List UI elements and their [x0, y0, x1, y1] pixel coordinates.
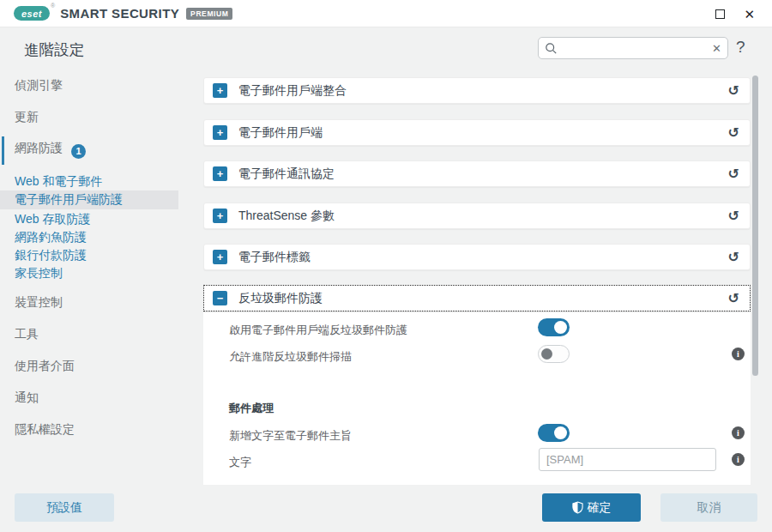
revert-icon[interactable]: ↺: [728, 208, 739, 224]
info-icon[interactable]: i: [732, 453, 745, 466]
scrollbar-thumb[interactable]: [752, 76, 758, 376]
section-antispam-protection[interactable]: − 反垃圾郵件防護 ↺: [203, 285, 751, 311]
info-icon[interactable]: i: [732, 348, 745, 360]
eset-advanced-setup-window: eset ® SMART SECURITY PREMIUM ✕ 進階設定 ✕ ?…: [0, 0, 772, 532]
expand-plus-icon[interactable]: +: [213, 125, 227, 140]
window-controls: ✕: [715, 0, 755, 27]
revert-icon[interactable]: ↺: [728, 82, 739, 99]
page-title: 進階設定: [24, 39, 84, 60]
maximize-icon[interactable]: [715, 9, 725, 19]
ok-button[interactable]: 確定: [542, 493, 641, 522]
sidebar-item-tools[interactable]: 工具: [15, 327, 39, 342]
cancel-button[interactable]: 取消: [660, 493, 757, 522]
sidebar-item-label: 網路防護: [15, 141, 63, 154]
clear-search-icon[interactable]: ✕: [709, 42, 721, 55]
ok-button-label: 確定: [588, 500, 612, 516]
section-email-tags[interactable]: + 電子郵件標籤 ↺: [203, 244, 751, 270]
search-box[interactable]: ✕: [538, 37, 728, 59]
section-threatsense-parameters[interactable]: + ThreatSense 參數 ↺: [203, 203, 751, 229]
close-icon[interactable]: ✕: [744, 8, 755, 21]
advanced-antispam-scan-toggle[interactable]: [538, 345, 570, 363]
sidebar-item-notifications[interactable]: 通知: [15, 390, 39, 406]
sidebar-item-email-client-protection[interactable]: 電子郵件用戶端防護: [15, 192, 123, 208]
sidebar-item-banking-protection[interactable]: 銀行付款防護: [15, 248, 87, 263]
info-icon[interactable]: i: [732, 426, 745, 439]
collapse-minus-icon[interactable]: −: [213, 291, 227, 305]
setting-label: 文字: [229, 455, 251, 470]
brand-name: SMART SECURITY: [60, 6, 179, 21]
sidebar-item-network-protection[interactable]: 網路防護1: [15, 141, 86, 159]
eset-logo: eset: [14, 6, 50, 21]
expand-plus-icon[interactable]: +: [213, 209, 227, 223]
setting-label: 新增文字至電子郵件主旨: [229, 428, 352, 444]
revert-icon[interactable]: ↺: [728, 249, 739, 265]
sidebar-item-user-interface[interactable]: 使用者介面: [15, 359, 75, 374]
notification-count-badge: 1: [71, 144, 86, 159]
section-title: 反垃圾郵件防護: [238, 291, 728, 306]
expand-plus-icon[interactable]: +: [213, 250, 227, 264]
enable-antispam-toggle[interactable]: [538, 318, 570, 336]
sidebar-item-detection-engine[interactable]: 偵測引擎: [15, 78, 63, 94]
message-handling-heading: 郵件處理: [229, 401, 274, 416]
section-email-protocols[interactable]: + 電子郵件通訊協定 ↺: [203, 160, 751, 187]
section-title: ThreatSense 參數: [238, 209, 728, 224]
sidebar-item-web-access-protection[interactable]: Web 存取防護: [15, 212, 90, 227]
section-title: 電子郵件用戶端整合: [238, 83, 728, 99]
titlebar: eset ® SMART SECURITY PREMIUM ✕: [0, 0, 772, 27]
section-title: 電子郵件通訊協定: [238, 166, 728, 182]
setting-label: 允許進階反垃圾郵件掃描: [229, 349, 352, 365]
expand-plus-icon[interactable]: +: [213, 83, 227, 98]
sidebar-item-parental-control[interactable]: 家長控制: [15, 266, 63, 281]
section-email-client-integration[interactable]: + 電子郵件用戶端整合 ↺: [203, 77, 751, 104]
sidebar-item-privacy-settings[interactable]: 隱私權設定: [15, 422, 75, 438]
search-icon: [545, 42, 558, 55]
search-input[interactable]: [562, 42, 709, 55]
revert-icon[interactable]: ↺: [728, 166, 739, 182]
shield-icon: [572, 501, 583, 514]
section-title: 電子郵件標籤: [238, 250, 728, 265]
sidebar-item-web-and-email[interactable]: Web 和電子郵件: [15, 174, 102, 190]
spam-tag-text-input[interactable]: [539, 448, 716, 471]
sidebar: 偵測引擎 更新 網路防護1 Web 和電子郵件 電子郵件用戶端防護 Web 存取…: [0, 69, 197, 481]
revert-icon[interactable]: ↺: [728, 290, 739, 306]
revert-icon[interactable]: ↺: [728, 124, 739, 141]
sidebar-item-update[interactable]: 更新: [15, 110, 39, 125]
section-email-client[interactable]: + 電子郵件用戶端 ↺: [203, 119, 751, 146]
sidebar-item-device-control[interactable]: 裝置控制: [15, 295, 63, 311]
expand-plus-icon[interactable]: +: [213, 166, 227, 181]
sidebar-item-antiphishing[interactable]: 網路釣魚防護: [15, 230, 87, 245]
setting-label: 啟用電子郵件用戶端反垃圾郵件防護: [229, 323, 407, 338]
registered-mark: ®: [51, 3, 55, 9]
help-icon[interactable]: ?: [736, 38, 745, 57]
antispam-settings-panel: 啟用電子郵件用戶端反垃圾郵件防護 允許進階反垃圾郵件掃描 i 郵件處理 新增文字…: [203, 312, 751, 485]
premium-badge: PREMIUM: [186, 8, 232, 20]
add-text-to-subject-toggle[interactable]: [538, 424, 570, 442]
scrollbar-track[interactable]: [752, 73, 758, 485]
default-button[interactable]: 預設值: [15, 493, 114, 522]
section-title: 電子郵件用戶端: [238, 125, 728, 141]
